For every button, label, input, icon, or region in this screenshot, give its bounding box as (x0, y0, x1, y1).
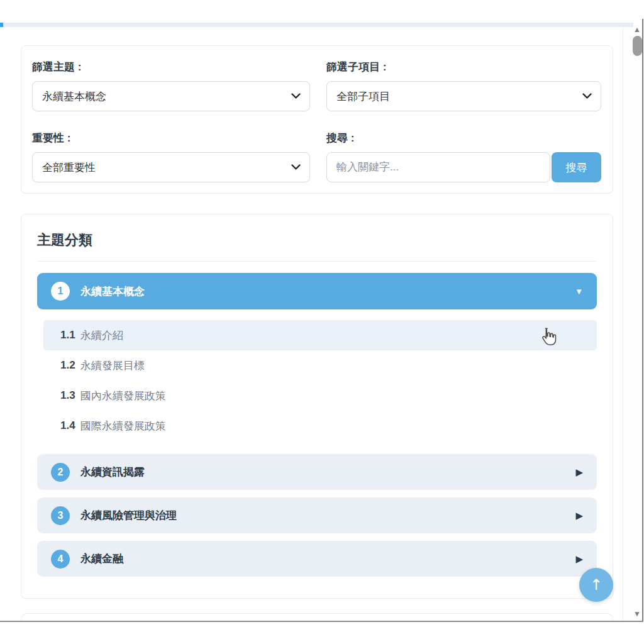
subitem-row-1-1[interactable]: 1.1 永續介紹 (43, 320, 597, 350)
scroll-to-top-button[interactable]: ↑ (579, 568, 613, 602)
section-number-badge: 1 (51, 282, 70, 301)
search-button[interactable]: 搜尋 (552, 152, 601, 182)
subitem-number: 1.2 (60, 359, 75, 372)
scrollbar-down-arrow-icon[interactable]: ▼ (631, 609, 643, 619)
filter-importance-select-wrap: 全部重要性 (32, 152, 310, 182)
triangle-right-icon: ▶ (575, 467, 583, 478)
section-title: 永續金融 (80, 552, 123, 566)
section-title: 永續風險管理與治理 (80, 508, 177, 523)
subitem-row-1-3[interactable]: 1.3 國內永續發展政策 (43, 380, 597, 411)
divider (37, 261, 597, 262)
filter-subitem-field: 篩選子項目 : 全部子項目 (326, 60, 601, 111)
subitem-number: 1.3 (60, 389, 75, 402)
accordion-section-1-header[interactable]: 1 永續基本概念 ▼ (37, 273, 597, 309)
filter-importance-label: 重要性 : (32, 131, 310, 145)
subitem-row-1-4[interactable]: 1.4 國際永續發展政策 (43, 411, 597, 441)
page-title: 主題分類 (37, 232, 597, 248)
subitem-row-1-2[interactable]: 1.2 永續發展目標 (43, 350, 597, 380)
window-bottom-edge (0, 621, 643, 622)
section-number-badge: 4 (51, 550, 70, 569)
subitem-title: 永續介紹 (80, 328, 123, 343)
accordion-section-2-header[interactable]: 2 永續資訊揭露 ▶ (37, 454, 597, 490)
triangle-right-icon: ▶ (575, 553, 583, 565)
accordion-section-1-panel: 1.1 永續介紹 1.2 永續發展目標 1.3 國內永續發展政策 1.4 國際永… (37, 309, 597, 454)
filter-panel: 篩選主題 : 永續基本概念 篩選子項目 : 全部子項目 (21, 45, 613, 194)
subitem-number: 1.4 (60, 419, 75, 432)
up-arrow-icon: ↑ (590, 576, 602, 594)
accordion-section-3-header[interactable]: 3 永續風險管理與治理 ▶ (37, 497, 597, 533)
vertical-scrollbar-track[interactable] (623, 27, 642, 621)
filter-subitem-select-wrap: 全部子項目 (326, 81, 601, 111)
subitem-number: 1.1 (60, 329, 75, 341)
section-title: 永續資訊揭露 (80, 465, 145, 479)
filter-topic-field: 篩選主題 : 永續基本概念 (32, 60, 310, 111)
search-row: 搜尋 (326, 152, 601, 182)
search-label: 搜尋 : (326, 131, 601, 145)
filter-grid: 篩選主題 : 永續基本概念 篩選子項目 : 全部子項目 (32, 60, 601, 182)
filter-topic-select[interactable]: 永續基本概念 (32, 81, 310, 111)
vertical-scrollbar-thumb[interactable] (633, 36, 642, 56)
filter-topic-label: 篩選主題 : (32, 60, 310, 74)
scrollbar-up-arrow-icon[interactable]: ▲ (631, 25, 643, 35)
top-horizontal-scrollbar-thumb[interactable] (0, 23, 3, 27)
filter-importance-field: 重要性 : 全部重要性 (32, 131, 310, 182)
filter-topic-select-wrap: 永續基本概念 (32, 81, 310, 111)
search-input[interactable] (326, 152, 550, 182)
filter-subitem-select[interactable]: 全部子項目 (326, 81, 601, 111)
triangle-right-icon: ▶ (575, 510, 583, 521)
triangle-down-icon: ▼ (575, 287, 583, 296)
search-field: 搜尋 : 搜尋 (326, 131, 601, 182)
window-right-edge (642, 19, 643, 621)
subitem-title: 國內永續發展政策 (80, 389, 166, 403)
section-number-badge: 2 (51, 463, 70, 482)
filter-subitem-label: 篩選子項目 : (326, 60, 601, 74)
subitem-title: 國際永續發展政策 (80, 419, 166, 433)
accordion-section-4-header[interactable]: 4 永續金融 ▶ (37, 541, 597, 577)
top-horizontal-scrollbar[interactable] (0, 23, 633, 27)
section-number-badge: 3 (51, 506, 70, 525)
section-title: 永續基本概念 (80, 284, 145, 299)
topic-classification-panel: 主題分類 1 永續基本概念 ▼ 1.1 永續介紹 1.2 永續發展目標 1.3 … (21, 214, 613, 599)
subitem-title: 永續發展目標 (80, 358, 145, 373)
filter-importance-select[interactable]: 全部重要性 (32, 152, 310, 182)
